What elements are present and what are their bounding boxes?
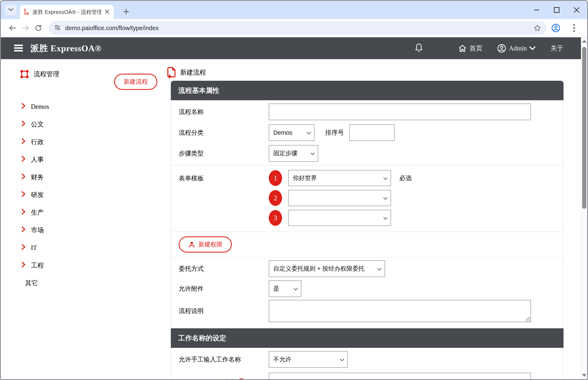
- user-avatar-icon: [497, 44, 506, 53]
- row-description: 流程说明: [171, 299, 563, 328]
- template-rows: 1 你好世界 必选 2: [269, 170, 412, 230]
- site-settings-icon[interactable]: [54, 24, 61, 32]
- form-panel: 流程基本属性 流程名称 流程分类 Demos 排序号: [171, 81, 564, 379]
- tip-link[interactable]: 提示: [248, 378, 260, 379]
- page: 派胜 ExpressOA® 首页: [1, 37, 581, 379]
- close-icon: [105, 9, 110, 15]
- resize-grip[interactable]: [526, 317, 530, 322]
- tab-strip: E OA 派胜 ExpressOA® - 流程管理: [1, 1, 587, 19]
- chevron-right-icon: [21, 262, 25, 269]
- browser-window: E OA 派胜 ExpressOA® - 流程管理: [0, 0, 588, 380]
- profile-avatar-button[interactable]: [550, 22, 561, 34]
- page-title: 新建流程: [166, 67, 581, 78]
- sidebar-item-xingzheng[interactable]: 行政: [1, 133, 165, 151]
- sidebar-item-yanfa[interactable]: 研发: [1, 186, 165, 204]
- new-document-icon: [166, 67, 177, 78]
- auto-name-input[interactable]: [269, 373, 531, 379]
- template-number-badge: 1: [269, 170, 282, 186]
- notifications-button[interactable]: [414, 43, 424, 54]
- address-bar[interactable]: demo.paioffice.com/flow/type/index: [49, 21, 547, 35]
- hamburger-menu-icon[interactable]: [14, 44, 23, 53]
- attachment-select[interactable]: 是: [269, 280, 301, 297]
- reload-button[interactable]: [32, 21, 45, 35]
- viewport: 派胜 ExpressOA® 首页: [1, 37, 587, 379]
- info-icon[interactable]: i: [238, 378, 245, 379]
- required-note: 必选: [399, 174, 412, 182]
- template-select-2[interactable]: [288, 190, 391, 206]
- template-label: 表单模板: [171, 174, 269, 183]
- sidebar-item-shichang[interactable]: 市场: [1, 221, 165, 239]
- person-add-icon: [188, 241, 195, 248]
- chevron-right-icon: [21, 138, 25, 146]
- favicon: E OA: [24, 9, 29, 15]
- section-header-workname: 工作名称的设定: [171, 328, 564, 348]
- template-row: 3: [269, 210, 412, 226]
- nav-about[interactable]: 关于: [550, 44, 563, 53]
- sidebar-item-gongwen[interactable]: 公文: [1, 115, 165, 133]
- delegate-select[interactable]: 自定义委托规则 + 按经办权限委托: [269, 261, 385, 277]
- tab-close-button[interactable]: [105, 9, 110, 15]
- window-controls: [533, 1, 580, 19]
- sidebar-title-label: 流程管理: [34, 70, 59, 78]
- template-row: 1 你好世界 必选: [269, 170, 412, 186]
- chevron-right-icon: [21, 103, 25, 110]
- flow-name-label: 流程名称: [171, 108, 269, 116]
- sidebar-item-shengchan[interactable]: 生产: [1, 204, 165, 221]
- toolbar-right: [550, 22, 582, 34]
- row-attachment: 允许附件 是: [171, 279, 563, 299]
- home-icon: [458, 44, 467, 53]
- sidebar-item-renshi[interactable]: 人事: [1, 151, 165, 168]
- sort-label: 排序号: [325, 129, 344, 137]
- sidebar-item-other[interactable]: 其它: [1, 274, 165, 292]
- chevron-right-icon: [21, 121, 25, 128]
- scrollbar-thumb[interactable]: [582, 47, 586, 209]
- category-label: 流程分类: [171, 129, 269, 137]
- nav-home[interactable]: 首页: [458, 44, 482, 53]
- url-text[interactable]: demo.paioffice.com/flow/type/index: [65, 25, 530, 32]
- minimize-button[interactable]: [533, 6, 540, 14]
- chevron-down-icon: [377, 266, 382, 272]
- chevron-down-icon: [293, 285, 298, 292]
- row-step-type: 步骤类型 固定步骤: [171, 143, 563, 165]
- flow-name-input[interactable]: [269, 104, 531, 120]
- category-select[interactable]: Demos: [269, 124, 314, 141]
- browser-tab[interactable]: E OA 派胜 ExpressOA® - 流程管理: [20, 5, 114, 19]
- app-header: 派胜 ExpressOA® 首页: [1, 37, 581, 59]
- manual-name-label: 允许手工输入工作名称: [171, 355, 269, 364]
- chevron-down-icon: [383, 215, 388, 221]
- template-row: 2: [269, 190, 412, 206]
- new-permission-button[interactable]: 新建权限: [179, 236, 232, 253]
- template-select-1[interactable]: 你好世界: [288, 170, 391, 186]
- auto-name-label: 自动工作名称表达式 i 提示: [171, 378, 269, 379]
- sidebar-item-gongcheng[interactable]: 工程: [1, 257, 165, 274]
- chevron-right-icon: [21, 244, 25, 251]
- step-type-label: 步骤类型: [171, 149, 269, 158]
- step-type-select[interactable]: 固定步骤: [269, 145, 318, 162]
- chevron-right-icon: [21, 209, 25, 216]
- new-tab-button[interactable]: [121, 7, 132, 18]
- scroll-up-arrow[interactable]: [582, 40, 587, 42]
- template-number-badge: 3: [269, 210, 282, 226]
- template-select-3[interactable]: [288, 210, 391, 226]
- page-scrollbar[interactable]: [581, 37, 587, 379]
- back-button[interactable]: [6, 21, 19, 35]
- bookmark-star-button[interactable]: [534, 24, 541, 32]
- sidebar-item-demos[interactable]: Demos: [1, 98, 165, 115]
- forward-button[interactable]: [19, 21, 32, 35]
- scroll-down-arrow[interactable]: [582, 374, 587, 377]
- sort-input[interactable]: [349, 124, 395, 141]
- sidebar-item-caiwu[interactable]: 财务: [1, 168, 165, 186]
- chevron-down-icon: [383, 175, 388, 182]
- close-window-button[interactable]: [573, 6, 580, 14]
- manual-name-select[interactable]: 不允许: [269, 351, 348, 368]
- section-form-template: 表单模板 1 你好世界 必选: [171, 165, 563, 231]
- browser-menu-button[interactable]: [569, 22, 580, 34]
- description-textarea[interactable]: [269, 300, 531, 322]
- tab-search-button[interactable]: [5, 5, 17, 15]
- new-flow-button[interactable]: 新建流程: [114, 74, 157, 90]
- maximize-button[interactable]: [553, 6, 560, 14]
- user-menu[interactable]: Admin: [497, 44, 535, 53]
- sidebar-item-it[interactable]: IT: [1, 239, 165, 257]
- template-number-badge: 2: [269, 190, 282, 206]
- attachment-label: 允许附件: [171, 285, 269, 293]
